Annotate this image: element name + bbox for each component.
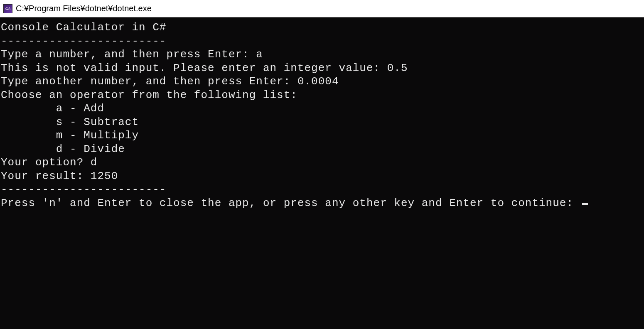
terminal-line-prompt-second: Type another number, and then press Ente…	[1, 75, 643, 88]
cursor-icon	[582, 203, 588, 205]
terminal-line-invalid: This is not valid input. Please enter an…	[1, 61, 643, 75]
terminal-line-op-mul: m - Multiply	[1, 129, 643, 142]
title-bar[interactable]: C:\ C:¥Program Files¥dotnet¥dotnet.exe	[0, 0, 644, 17]
terminal-line-hr: ------------------------	[1, 34, 643, 48]
terminal-output[interactable]: Console Calculator in C#----------------…	[0, 17, 644, 329]
console-app-icon: C:\	[3, 4, 12, 13]
terminal-line-hr: ------------------------	[1, 183, 643, 196]
terminal-line-result: Your result: 1250	[1, 169, 643, 183]
terminal-line-op-sub: s - Subtract	[1, 115, 643, 129]
terminal-line-header: Console Calculator in C#	[1, 21, 643, 34]
terminal-line-choose: Choose an operator from the following li…	[1, 88, 643, 102]
continue-prompt-text: Press 'n' and Enter to close the app, or…	[1, 197, 580, 209]
terminal-line-option: Your option? d	[1, 156, 643, 169]
terminal-line-prompt-first: Type a number, and then press Enter: a	[1, 48, 643, 61]
icon-text: C:\	[5, 7, 10, 11]
terminal-line-continue: Press 'n' and Enter to close the app, or…	[1, 196, 643, 210]
terminal-line-op-add: a - Add	[1, 102, 643, 115]
console-window: C:\ C:¥Program Files¥dotnet¥dotnet.exe C…	[0, 0, 644, 329]
terminal-line-op-div: d - Divide	[1, 142, 643, 156]
window-title: C:¥Program Files¥dotnet¥dotnet.exe	[16, 4, 152, 13]
